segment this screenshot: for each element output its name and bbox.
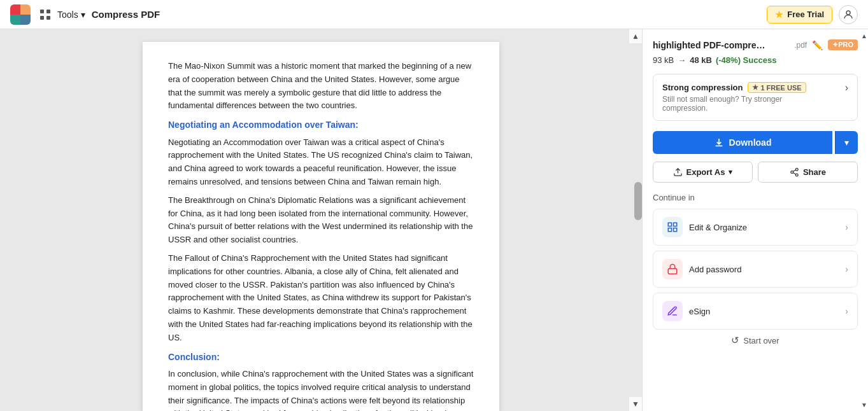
- svg-rect-14: [674, 228, 677, 232]
- start-over-row[interactable]: ↺ Start over: [653, 335, 858, 346]
- edit-organize-label: Edit & Organize: [689, 223, 747, 232]
- pdf-section1-para2: The Breakthrough on China's Diplomatic R…: [168, 194, 474, 247]
- app-title: Compress PDF: [92, 9, 160, 20]
- esign-item[interactable]: eSign ›: [653, 293, 858, 330]
- pdf-viewer[interactable]: ▲ The Mao-Nixon Summit was a historic mo…: [0, 29, 642, 411]
- pro-badge: ✦PRO: [828, 39, 858, 50]
- header-right: ★ Free Trial: [767, 5, 858, 24]
- star-small-icon: ★: [752, 83, 758, 92]
- header-left: Tools ▾ Compress PDF: [10, 4, 160, 25]
- logo-icon: [10, 4, 31, 25]
- right-panel-scroll-down[interactable]: ▼: [860, 398, 868, 411]
- tools-button[interactable]: Tools ▾: [57, 10, 85, 20]
- grid-icon[interactable]: [39, 9, 51, 20]
- edit-filename-icon[interactable]: ✏️: [812, 40, 823, 50]
- size-savings: (-48%) Success: [716, 55, 776, 65]
- svg-rect-15: [668, 268, 677, 274]
- svg-line-10: [793, 170, 795, 171]
- compression-card[interactable]: Strong compression ★ 1 FREE USE Still no…: [653, 74, 858, 121]
- edit-organize-arrow-icon: ›: [845, 222, 848, 232]
- svg-rect-11: [668, 223, 671, 226]
- star-icon: ★: [775, 10, 783, 20]
- download-icon: [714, 137, 724, 148]
- esign-label: eSign: [689, 307, 710, 316]
- add-password-arrow-icon: ›: [845, 264, 848, 274]
- download-button[interactable]: Download: [653, 131, 832, 154]
- start-over-label: Start over: [743, 336, 779, 345]
- download-dropdown-button[interactable]: ▾: [835, 131, 858, 154]
- svg-point-7: [791, 171, 793, 174]
- chevron-down-icon: ▾: [844, 137, 849, 148]
- right-panel-inner: highlighted PDF-compre… .pdf ✏️ ✦PRO 93 …: [643, 29, 868, 356]
- arrow-icon: →: [678, 55, 686, 65]
- add-password-icon: [662, 259, 683, 279]
- share-button[interactable]: Share: [758, 162, 858, 183]
- file-info-row: highlighted PDF-compre… .pdf ✏️ ✦PRO: [653, 39, 858, 50]
- file-name: highlighted PDF-compre…: [653, 40, 789, 50]
- pdf-section2-para1: In conclusion, while China's rapprocheme…: [168, 368, 474, 411]
- edit-organize-item[interactable]: Edit & Organize ›: [653, 209, 858, 246]
- pdf-scrollbar-thumb[interactable]: [634, 182, 642, 220]
- export-icon: [673, 167, 683, 177]
- svg-rect-3: [46, 16, 50, 20]
- continue-label: Continue in: [653, 193, 858, 202]
- export-chevron-icon: ▾: [729, 168, 732, 176]
- esign-arrow-icon: ›: [845, 306, 848, 316]
- svg-point-8: [795, 174, 798, 176]
- compression-card-content: Strong compression ★ 1 FREE USE Still no…: [662, 82, 806, 113]
- pdf-section1-para1: Negotiating an Accommodation over Taiwan…: [168, 136, 474, 189]
- size-original: 93 kB: [653, 55, 674, 65]
- pdf-section2-title: Conclusion:: [168, 350, 474, 364]
- pdf-section1-para3: The Fallout of China's Rapprochement wit…: [168, 252, 474, 345]
- user-avatar[interactable]: [839, 5, 858, 24]
- action-row: Export As ▾ Share: [653, 162, 858, 183]
- download-label: Download: [729, 137, 772, 148]
- pdf-intro-text: The Mao-Nixon Summit was a historic mome…: [168, 60, 474, 113]
- compression-info: 93 kB → 48 kB (-48%) Success: [653, 55, 858, 65]
- pdf-page: The Mao-Nixon Summit was a historic mome…: [143, 42, 499, 411]
- add-password-item[interactable]: Add password ›: [653, 251, 858, 288]
- free-trial-label: Free Trial: [787, 10, 824, 19]
- svg-rect-13: [668, 228, 671, 232]
- export-as-label: Export As: [687, 167, 725, 177]
- svg-rect-1: [46, 10, 50, 13]
- svg-line-9: [793, 172, 795, 174]
- pdf-scroll-up-button[interactable]: ▲: [629, 29, 642, 43]
- free-use-badge: ★ 1 FREE USE: [748, 82, 806, 93]
- right-panel-scroll-up[interactable]: ▲: [860, 29, 868, 42]
- header: Tools ▾ Compress PDF ★ Free Trial: [0, 0, 868, 29]
- svg-rect-12: [674, 223, 677, 226]
- esign-icon: [662, 301, 683, 321]
- free-trial-button[interactable]: ★ Free Trial: [767, 6, 832, 24]
- main-content: ▲ The Mao-Nixon Summit was a historic mo…: [0, 29, 868, 411]
- share-icon: [790, 167, 799, 177]
- download-row: Download ▾: [653, 131, 858, 154]
- svg-point-4: [846, 11, 850, 15]
- reload-icon: ↺: [731, 335, 739, 346]
- share-label: Share: [803, 167, 826, 177]
- svg-rect-0: [40, 10, 44, 13]
- size-compressed: 48 kB: [690, 55, 712, 65]
- file-ext: .pdf: [794, 41, 807, 50]
- compression-card-sub: Still not small enough? Try stronger com…: [662, 95, 806, 113]
- chevron-down-icon: ▾: [81, 10, 85, 20]
- pdf-scroll-down-button[interactable]: ▼: [629, 397, 642, 411]
- edit-organize-icon: [662, 217, 683, 237]
- add-password-label: Add password: [689, 265, 741, 274]
- pdf-section1-title: Negotiating an Accommodation over Taiwan…: [168, 118, 474, 132]
- compression-card-title: Strong compression ★ 1 FREE USE: [662, 82, 806, 93]
- right-panel: highlighted PDF-compre… .pdf ✏️ ✦PRO 93 …: [642, 29, 868, 411]
- svg-point-6: [795, 168, 798, 171]
- tools-label: Tools: [57, 10, 78, 20]
- compression-card-arrow-icon[interactable]: ›: [845, 82, 848, 94]
- svg-rect-2: [40, 16, 44, 20]
- export-as-button[interactable]: Export As ▾: [653, 162, 753, 183]
